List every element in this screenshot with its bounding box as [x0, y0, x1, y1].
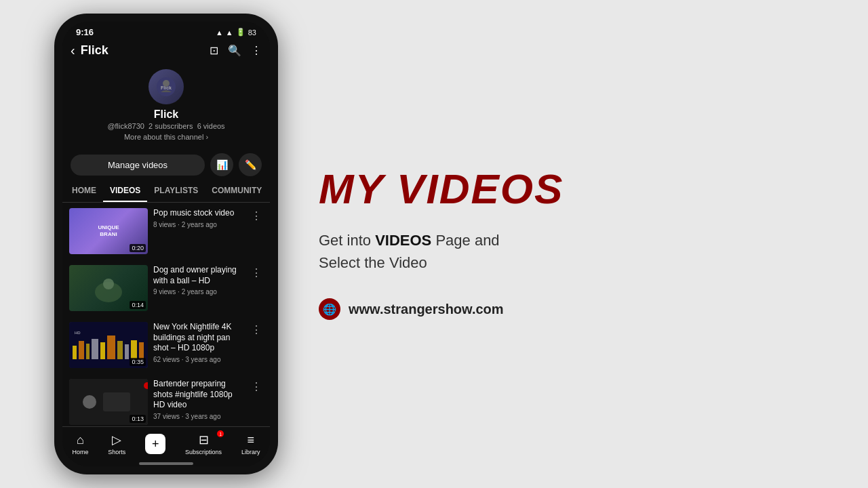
- svg-rect-9: [92, 339, 98, 359]
- wifi-icon: ▲: [216, 28, 223, 37]
- bottom-navigation: ⌂ Home ▷ Shorts + ⊟ 1 Subscriptions ≡ Li…: [62, 426, 270, 460]
- back-button[interactable]: ‹: [71, 43, 75, 58]
- right-content: MY VIDEOS Get into VIDEOS Page andSelect…: [278, 141, 868, 347]
- home-icon: ⌂: [77, 433, 84, 447]
- svg-rect-7: [79, 341, 84, 359]
- list-item[interactable]: 0:13 Bartender preparing shots #nightlif…: [62, 373, 270, 426]
- channel-name: Flick: [154, 108, 178, 121]
- svg-point-18: [83, 395, 96, 409]
- video-list: UNIQUEBRANI 0:20 Pop music stock video 8…: [62, 203, 270, 426]
- more-icon[interactable]: ⋮: [251, 44, 262, 57]
- video-thumbnail: 0:13: [69, 379, 148, 425]
- svg-rect-11: [107, 336, 115, 359]
- video-thumbnail: HD 0:35: [69, 322, 148, 368]
- subtitle-text: Get into VIDEOS Page andSelect the Video: [319, 229, 827, 274]
- create-button[interactable]: +: [145, 434, 165, 454]
- video-info: Pop music stock video 8 views · 2 years …: [153, 208, 244, 228]
- status-bar: 9:16 ▲ ▲ 🔋 83: [62, 22, 270, 40]
- channel-meta: @flick8730 2 subscribers 6 videos: [107, 122, 224, 130]
- subtitle-part1: Get into: [319, 232, 375, 249]
- svg-rect-13: [125, 344, 129, 359]
- search-icon[interactable]: 🔍: [228, 44, 241, 57]
- svg-rect-12: [117, 341, 123, 359]
- thumbnail-label: UNIQUEBRANI: [98, 224, 119, 237]
- tab-community[interactable]: COMMUNITY: [205, 180, 269, 202]
- channel-tabs: HOME VIDEOS PLAYLISTS COMMUNITY: [62, 180, 270, 203]
- nav-library-label: Library: [241, 449, 260, 455]
- top-bar: ‹ Flick ⊡ 🔍 ⋮: [62, 40, 270, 64]
- edit-button[interactable]: ✏️: [239, 153, 262, 176]
- phone-frame: 9:16 ▲ ▲ 🔋 83 ‹ Flick ⊡ 🔍 ⋮: [54, 14, 278, 474]
- tab-home[interactable]: HOME: [65, 180, 103, 202]
- video-more-button[interactable]: ⋮: [250, 265, 263, 281]
- status-icons: ▲ ▲ 🔋 83: [216, 28, 256, 37]
- svg-rect-8: [86, 344, 90, 359]
- nav-home[interactable]: ⌂ Home: [72, 433, 88, 455]
- globe-icon: 🌐: [319, 298, 340, 320]
- home-bar: [139, 462, 193, 465]
- video-info: New York Nightlife 4K buildings at night…: [153, 322, 244, 363]
- nav-shorts[interactable]: ▷ Shorts: [108, 432, 125, 455]
- battery-icon: 🔋: [236, 28, 245, 37]
- video-duration: 0:13: [130, 415, 146, 423]
- subtitle-bold: VIDEOS: [375, 232, 431, 249]
- video-meta: 37 views · 3 years ago: [153, 413, 244, 420]
- library-icon: ≡: [248, 433, 255, 447]
- signal-icon: ▲: [226, 28, 233, 37]
- video-meta: 9 views · 2 years ago: [153, 288, 244, 296]
- video-duration: 0:35: [130, 358, 146, 366]
- nav-home-label: Home: [72, 449, 88, 455]
- video-title: Bartender preparing shots #nightlife 108…: [153, 379, 244, 411]
- nav-library[interactable]: ≡ Library: [241, 433, 260, 455]
- main-heading: MY VIDEOS: [319, 168, 827, 210]
- analytics-icon: 📊: [216, 159, 228, 170]
- manage-row: Manage videos 📊 ✏️: [62, 149, 270, 180]
- page-title: Flick: [81, 43, 210, 58]
- tab-videos[interactable]: VIDEOS: [103, 180, 147, 202]
- website-url[interactable]: www.strangershow.com: [349, 302, 504, 317]
- avatar-image: Flick: [149, 69, 184, 104]
- video-meta: 8 views · 2 years ago: [153, 221, 244, 228]
- nav-subscriptions-label: Subscriptions: [185, 449, 222, 455]
- svg-rect-6: [73, 346, 77, 359]
- battery-level: 83: [248, 28, 256, 37]
- channel-more-link[interactable]: More about this channel ›: [124, 133, 208, 141]
- svg-point-2: [163, 80, 170, 87]
- nav-create[interactable]: +: [145, 434, 165, 454]
- video-title: New York Nightlife 4K buildings at night…: [153, 322, 244, 354]
- svg-rect-19: [103, 392, 130, 411]
- svg-text:HD: HD: [75, 331, 81, 335]
- list-item[interactable]: 0:14 Dog and owner playing with a ball –…: [62, 260, 270, 317]
- video-info: Bartender preparing shots #nightlife 108…: [153, 379, 244, 420]
- phone-screen: 9:16 ▲ ▲ 🔋 83 ‹ Flick ⊡ 🔍 ⋮: [62, 22, 270, 466]
- video-thumbnail: UNIQUEBRANI 0:20: [69, 208, 148, 254]
- manage-videos-button[interactable]: Manage videos: [71, 155, 205, 176]
- top-bar-icons: ⊡ 🔍 ⋮: [210, 44, 262, 57]
- nav-subscriptions[interactable]: ⊟ 1 Subscriptions: [185, 432, 222, 455]
- home-indicator: [62, 460, 270, 466]
- analytics-button[interactable]: 📊: [210, 153, 233, 176]
- svg-point-4: [103, 279, 114, 289]
- channel-section: Flick Flick @flick8730 2 subscribers 6 v…: [62, 64, 270, 149]
- video-title: Pop music stock video: [153, 208, 244, 219]
- shorts-icon: ▷: [112, 432, 121, 447]
- subscription-badge: 1: [217, 430, 224, 437]
- subscriptions-icon: ⊟: [199, 432, 209, 447]
- video-meta: 62 views · 3 years ago: [153, 356, 244, 363]
- svg-rect-15: [139, 342, 144, 359]
- svg-rect-14: [131, 340, 137, 359]
- video-thumbnail: 0:14: [69, 265, 148, 311]
- cast-icon[interactable]: ⊡: [210, 44, 218, 57]
- video-more-button[interactable]: ⋮: [250, 322, 263, 338]
- svg-rect-10: [100, 342, 105, 359]
- website-row: 🌐 www.strangershow.com: [319, 298, 827, 320]
- tab-playlists[interactable]: PLAYLISTS: [147, 180, 205, 202]
- video-more-button[interactable]: ⋮: [250, 379, 263, 394]
- video-more-button[interactable]: ⋮: [250, 208, 263, 224]
- channel-avatar: Flick: [149, 69, 184, 104]
- nav-shorts-label: Shorts: [108, 449, 125, 455]
- chevron-right-icon: ›: [205, 133, 208, 141]
- list-item[interactable]: HD 0:35 New York Nightlife 4K buildings …: [62, 317, 270, 373]
- list-item[interactable]: UNIQUEBRANI 0:20 Pop music stock video 8…: [62, 203, 270, 260]
- status-time: 9:16: [76, 27, 94, 37]
